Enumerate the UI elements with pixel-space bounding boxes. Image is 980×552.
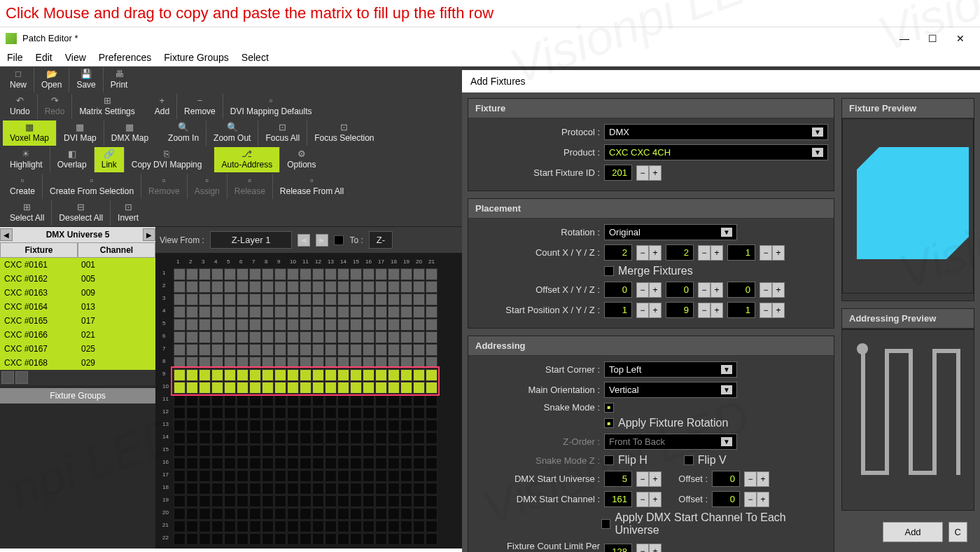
fixture-table-body: CXC #0161001CXC #0162005CXC #0163009CXC … <box>0 258 155 370</box>
table-row[interactable]: CXC #0165017 <box>0 314 155 328</box>
fixture-group-buttons <box>0 370 155 385</box>
startpos-y-input[interactable] <box>666 302 694 318</box>
product-select[interactable]: CXC CXC 4CH▼ <box>604 144 828 160</box>
voxel-map-button[interactable]: ▦Voxel Map <box>3 120 57 146</box>
offset-y-input[interactable] <box>666 282 694 298</box>
menu-preferences[interactable]: Preferences <box>99 52 151 63</box>
table-row[interactable]: CXC #0167025 <box>0 342 155 356</box>
remove-button[interactable]: −Remove <box>177 94 223 119</box>
auto-address-button[interactable]: ⎇Auto-Address <box>214 147 280 172</box>
count-y-input[interactable] <box>666 244 694 261</box>
fg-btn-2[interactable] <box>15 371 28 384</box>
protocol-select[interactable]: DMX▼ <box>604 124 828 140</box>
link-button[interactable]: 🔗Link <box>94 147 125 172</box>
matrix-settings-button[interactable]: ⊞Matrix Settings <box>72 94 141 119</box>
add-button[interactable]: +Add <box>148 94 177 119</box>
universe-next-button[interactable]: ▶ <box>143 228 155 241</box>
focus-all-button[interactable]: ⊡Focus All <box>258 120 307 146</box>
close-button[interactable]: ✕ <box>946 33 974 44</box>
dvi-defaults-button[interactable]: ▫DVI Mapping Defaults <box>223 94 319 119</box>
release-button[interactable]: ▫Release <box>227 174 273 199</box>
offset-x-input[interactable] <box>604 282 632 298</box>
start-id-inc[interactable]: + <box>649 165 662 181</box>
universe-label: DMX Universe 5 <box>13 230 143 240</box>
dmx-universe-offset-input[interactable] <box>712 471 740 487</box>
universe-header: ◀ DMX Universe 5 ▶ <box>0 227 155 242</box>
start-fixture-id-input[interactable] <box>604 165 632 181</box>
undo-button[interactable]: ↶Undo <box>3 94 38 119</box>
dmx-channel-input[interactable] <box>604 491 632 507</box>
zlayer-to-select[interactable]: Z- <box>369 231 393 249</box>
highlight-button[interactable]: ☀Highlight <box>3 147 50 172</box>
new-button[interactable]: □New <box>3 67 34 92</box>
zoom-out-button[interactable]: 🔍Zoom Out <box>206 120 258 146</box>
offset-z-input[interactable] <box>727 282 755 298</box>
dmx-channel-offset-input[interactable] <box>712 491 740 507</box>
maximize-button[interactable]: ☐ <box>918 33 946 44</box>
fixture-limit-input[interactable] <box>604 544 632 553</box>
menu-edit[interactable]: Edit <box>36 52 52 63</box>
table-row[interactable]: CXC #0161001 <box>0 258 155 272</box>
zlayer-prev[interactable]: ◀ <box>298 234 310 247</box>
menu-view[interactable]: View <box>65 52 86 63</box>
table-row[interactable]: CXC #0163009 <box>0 286 155 300</box>
remove-group-button[interactable]: ▫Remove <box>141 174 188 199</box>
instruction-text: Click Mouse and drag to copy and paste t… <box>0 0 980 27</box>
assign-button[interactable]: ▫Assign <box>188 174 227 199</box>
save-button[interactable]: 💾Save <box>69 67 103 92</box>
overlap-button[interactable]: ◧Overlap <box>50 147 94 172</box>
addressing-preview-header: Addressing Preview <box>842 309 974 329</box>
zlayer-next[interactable]: ▶ <box>316 234 328 247</box>
dmx-universe-input[interactable] <box>604 471 632 487</box>
count-x-input[interactable] <box>604 244 632 261</box>
table-row[interactable]: CXC #0168029 <box>0 356 155 370</box>
menu-file[interactable]: File <box>7 52 23 63</box>
deselect-all-button[interactable]: ⊟Deselect All <box>52 200 111 226</box>
snake-mode-checkbox[interactable] <box>604 403 614 413</box>
menu-fixture-groups[interactable]: Fixture Groups <box>164 52 229 63</box>
create-button[interactable]: ▫Create <box>3 174 43 199</box>
startpos-z-input[interactable] <box>727 302 755 318</box>
start-corner-select[interactable]: Top Left▼ <box>604 361 737 378</box>
rotation-select[interactable]: Original▼ <box>604 224 737 240</box>
zoom-in-button[interactable]: 🔍Zoom In <box>161 120 206 146</box>
apply-each-universe-checkbox[interactable] <box>601 519 611 529</box>
select-all-button[interactable]: ⊞Select All <box>3 200 52 226</box>
dvi-map-button[interactable]: ▦DVI Map <box>57 120 104 146</box>
count-z-input[interactable] <box>727 244 755 261</box>
dmx-map-button[interactable]: ▦DMX Map <box>104 120 155 146</box>
minimize-button[interactable]: — <box>890 33 918 44</box>
apply-rotation-checkbox[interactable] <box>604 418 614 428</box>
to-label: To : <box>349 235 363 245</box>
orientation-select[interactable]: Vertical▼ <box>604 382 737 398</box>
options-button[interactable]: ⚙Options <box>280 147 323 172</box>
print-button[interactable]: 🖶Print <box>104 67 135 92</box>
menu-select[interactable]: Select <box>241 52 269 63</box>
create-from-selection-button[interactable]: ▫Create From Selection <box>43 174 141 199</box>
fixture-preview-header: Fixture Preview <box>842 99 974 118</box>
copy-dvi-button[interactable]: ⎘Copy DVI Mapping <box>125 147 209 172</box>
flip-v-checkbox[interactable] <box>684 455 694 465</box>
invert-button[interactable]: ⊡Invert <box>111 200 146 226</box>
fixture-table-header: FixtureChannel <box>0 242 155 258</box>
table-row[interactable]: CXC #0162005 <box>0 272 155 286</box>
table-row[interactable]: CXC #0166021 <box>0 328 155 342</box>
startpos-x-input[interactable] <box>604 302 632 318</box>
merge-fixtures-checkbox[interactable] <box>604 266 614 276</box>
fixture-preview <box>842 118 974 294</box>
placement-section-header: Placement <box>468 199 834 219</box>
flip-h-checkbox[interactable] <box>604 455 614 465</box>
color-swatch[interactable] <box>334 235 344 245</box>
focus-selection-button[interactable]: ⊡Focus Selection <box>307 120 381 146</box>
add-fixtures-title: Add Fixtures <box>462 70 980 92</box>
fixture-section-header: Fixture <box>468 99 834 118</box>
universe-prev-button[interactable]: ◀ <box>0 228 13 241</box>
view-from-label: View From : <box>160 235 204 245</box>
fg-btn-1[interactable] <box>1 371 14 384</box>
table-row[interactable]: CXC #0164013 <box>0 300 155 314</box>
open-button[interactable]: 📂Open <box>34 67 69 92</box>
zlayer-select[interactable]: Z-Layer 1 <box>210 231 293 249</box>
release-from-all-button[interactable]: ▫Release From All <box>273 174 351 199</box>
redo-button[interactable]: ↷Redo <box>38 94 73 119</box>
start-id-dec[interactable]: − <box>636 165 649 181</box>
